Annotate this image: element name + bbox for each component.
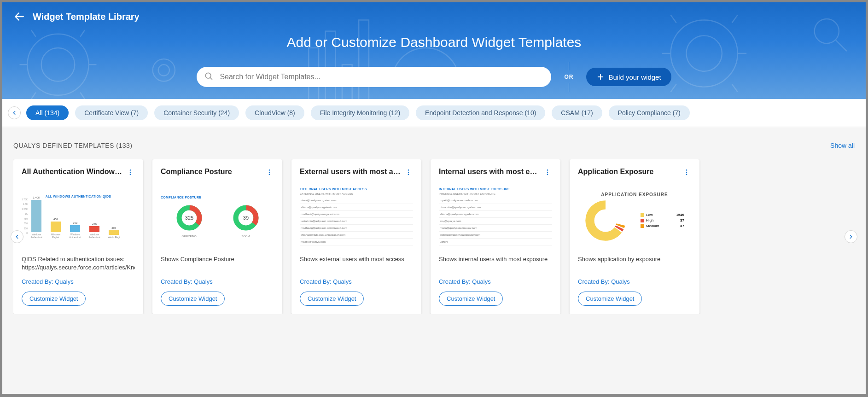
filter-pill[interactable]: Policy Compliance (7) [609,105,690,120]
or-separator: OR [564,74,573,80]
customize-widget-button[interactable]: Customize Widget [300,292,364,306]
svg-line-13 [210,77,212,79]
card-title: Application Exposure [578,168,653,176]
search-input[interactable] [197,67,551,87]
card-menu-button[interactable] [543,168,552,179]
template-card: Compliance Posture COMPLIANCE POSTURE 32… [152,159,282,314]
svg-point-36 [686,174,687,175]
show-all-link[interactable]: Show all [830,142,855,149]
card-description: Shows application by exposure [578,255,691,272]
svg-point-28 [408,169,409,171]
filter-pill[interactable]: File Integrity Monitoring (12) [311,105,409,120]
svg-point-37 [590,204,621,236]
build-widget-label: Build your widget [608,73,661,81]
card-description: Shows internal users with most exposure [439,255,552,272]
svg-point-18 [130,174,131,175]
cards-scroll-left[interactable] [11,230,23,243]
svg-point-17 [130,172,131,173]
svg-point-19 [269,169,270,171]
card-title: Compliance Posture [161,168,232,176]
filter-pill[interactable]: Endpoint Detection and Response (10) [416,105,545,120]
card-menu-button[interactable] [265,168,274,179]
template-card: All Authentication Window QI… ALL WINDOW… [13,159,143,314]
card-creator: Created By: Qualys [578,278,691,285]
svg-text:39: 39 [243,215,248,221]
svg-point-20 [269,172,270,173]
arrow-left-icon [13,11,25,23]
filter-pill[interactable]: All (134) [26,105,69,120]
filter-pill[interactable]: Certificate View (7) [75,105,148,120]
svg-point-30 [408,174,409,175]
filter-pill[interactable]: Container Security (24) [154,105,239,120]
search-icon [204,71,213,82]
card-creator: Created By: Qualys [439,278,552,285]
customize-widget-button[interactable]: Customize Widget [578,292,642,306]
card-creator: Created By: Qualys [300,278,413,285]
card-preview: APPLICATION EXPOSURE Low1549High37Medium… [578,184,691,249]
filter-pill[interactable]: CloudView (8) [245,105,304,120]
card-menu-button[interactable] [682,168,691,179]
cards-scroll-right[interactable] [845,230,857,243]
svg-point-31 [547,169,548,171]
card-creator: Created By: Qualys [22,278,135,285]
card-description: Shows external users with most access [300,255,413,272]
section-title: QUALYS DEFINED TEMPLATES (133) [13,142,133,149]
customize-widget-button[interactable]: Customize Widget [439,292,503,306]
plus-icon [596,73,605,81]
card-preview: EXTERNAL USERS WITH MOST ACCESSEXTERNAL … [300,184,413,249]
card-description: Shows Compliance Posture [161,255,274,272]
filters-scroll-left[interactable] [8,106,21,119]
card-preview: COMPLIANCE POSTURE 325 OFFICE365 39 ZOOM [161,184,274,249]
template-card: Application Exposure APPLICATION EXPOSUR… [570,159,699,314]
svg-point-35 [686,172,687,173]
card-title: External users with most acc… [300,168,401,176]
card-preview: ALL WINDOWS AUTHENTICATION QIDS 1.75K1.5… [22,184,135,249]
chevron-left-icon [14,234,20,240]
svg-point-16 [130,169,131,171]
card-description: QIDS Related to authentication issues: h… [22,255,135,272]
build-widget-button[interactable]: Build your widget [586,68,671,86]
chevron-right-icon [848,234,854,240]
chevron-left-icon [11,110,17,116]
template-card: External users with most acc… EXTERNAL U… [291,159,421,314]
card-menu-button[interactable] [126,168,135,179]
card-menu-button[interactable] [404,168,413,179]
customize-widget-button[interactable]: Customize Widget [161,292,225,306]
page-title: Add or Customize Dashboard Widget Templa… [2,35,866,50]
header-label: Widget Template Library [33,12,140,22]
template-card: Internal users with most expo… INTERNAL … [431,159,560,314]
filter-pill[interactable]: CSAM (17) [552,105,602,120]
customize-widget-button[interactable]: Customize Widget [22,292,86,306]
svg-point-33 [547,174,548,175]
card-preview: INTERNAL USERS WITH MOST EXPOSUREINTERNA… [439,184,552,249]
svg-point-29 [408,172,409,173]
card-title: Internal users with most expo… [439,168,540,176]
card-creator: Created By: Qualys [161,278,274,285]
svg-point-34 [686,169,687,171]
card-title: All Authentication Window QI… [22,168,123,176]
back-button[interactable] [13,11,25,23]
svg-point-21 [269,174,270,175]
svg-text:325: 325 [185,215,193,221]
svg-point-32 [547,172,548,173]
